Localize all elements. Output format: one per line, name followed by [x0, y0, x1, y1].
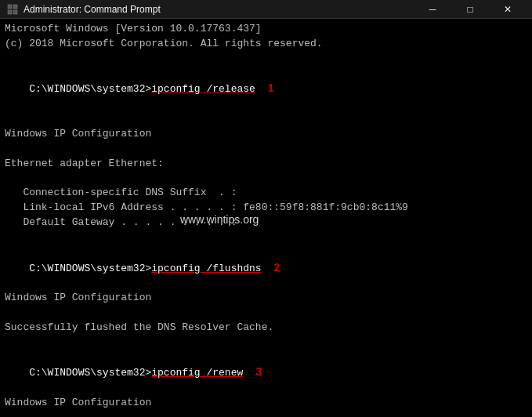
text: Windows IP Configuration — [5, 397, 151, 408]
maximize-button[interactable]: □ — [452, 0, 488, 19]
line-flushed: Successfully flushed the DNS Resolver Ca… — [5, 321, 527, 335]
cmd-release: ipconfig /release — [151, 83, 255, 95]
cmd-line-flushdns: C:\WINDOWS\system32>ipconfig /flushdns 2 — [5, 245, 527, 292]
window-icon — [6, 3, 19, 16]
svg-rect-2 — [8, 10, 12, 14]
blank-10 — [5, 411, 527, 417]
cmd-line-release: C:\WINDOWS\system32>ipconfig /release 1 — [5, 67, 527, 113]
svg-rect-3 — [13, 10, 17, 14]
blank-4 — [5, 112, 527, 127]
line-winip-1: Windows IP Configuration — [5, 127, 527, 142]
badge-2: 2 — [273, 262, 280, 274]
badge-3: 3 — [255, 366, 262, 379]
blank-5 — [5, 142, 527, 157]
window-controls[interactable]: ─ □ ✕ — [414, 0, 526, 19]
window-title: Administrator: Command Prompt — [24, 4, 414, 15]
line-2: (c) 2018 Microsoft Corporation. All righ… — [5, 37, 527, 52]
text: Link-local IPv6 Address . . . . . : fe80… — [5, 201, 408, 213]
text: Windows IP Configuration — [5, 292, 151, 303]
blank-8 — [5, 306, 527, 321]
blank-6 — [5, 171, 527, 186]
close-button[interactable]: ✕ — [490, 0, 526, 19]
watermark: www.wintips.org — [180, 213, 259, 226]
svg-rect-0 — [8, 5, 12, 9]
text: Ethernet adapter Ethernet: — [5, 158, 164, 169]
text: Connection-specific DNS Suffix . : — [5, 187, 237, 198]
prompt-2: C:\WINDOWS\system32> — [29, 263, 151, 274]
text: (c) 2018 Microsoft Corporation. All righ… — [5, 38, 323, 49]
line-winip-3: Windows IP Configuration — [5, 396, 527, 411]
prompt-1: C:\WINDOWS\system32> — [29, 83, 151, 95]
title-bar: Administrator: Command Prompt ─ □ ✕ — [0, 0, 532, 19]
line-1: Microsoft Windows [Version 10.0.17763.43… — [5, 22, 527, 37]
line-3 — [5, 52, 527, 67]
line-eth-1: Ethernet adapter Ethernet: — [5, 157, 527, 172]
blank-7 — [5, 230, 527, 245]
badge-1: 1 — [267, 82, 273, 95]
text: Windows IP Configuration — [5, 128, 151, 140]
line-ipv6-1: Link-local IPv6 Address . . . . . : fe80… — [5, 201, 527, 216]
blank-9 — [5, 335, 527, 350]
text: Microsoft Windows [Version 10.0.17763.43… — [5, 23, 262, 34]
cmd-line-renew: C:\WINDOWS\system32>ipconfig /renew 3 — [5, 350, 527, 397]
line-dns-1: Connection-specific DNS Suffix . : — [5, 186, 527, 201]
cmd-flushdns: ipconfig /flushdns — [151, 263, 261, 274]
prompt-3: C:\WINDOWS\system32> — [29, 367, 151, 379]
minimize-button[interactable]: ─ — [414, 0, 451, 19]
svg-rect-1 — [13, 5, 17, 9]
text: Successfully flushed the DNS Resolver Ca… — [5, 321, 273, 333]
cmd-renew: ipconfig /renew — [151, 367, 243, 379]
terminal-area: Microsoft Windows [Version 10.0.17763.43… — [0, 19, 532, 417]
line-winip-2: Windows IP Configuration — [5, 291, 527, 306]
line-gw-1: Default Gateway . . . . . . . . . : — [5, 216, 527, 230]
